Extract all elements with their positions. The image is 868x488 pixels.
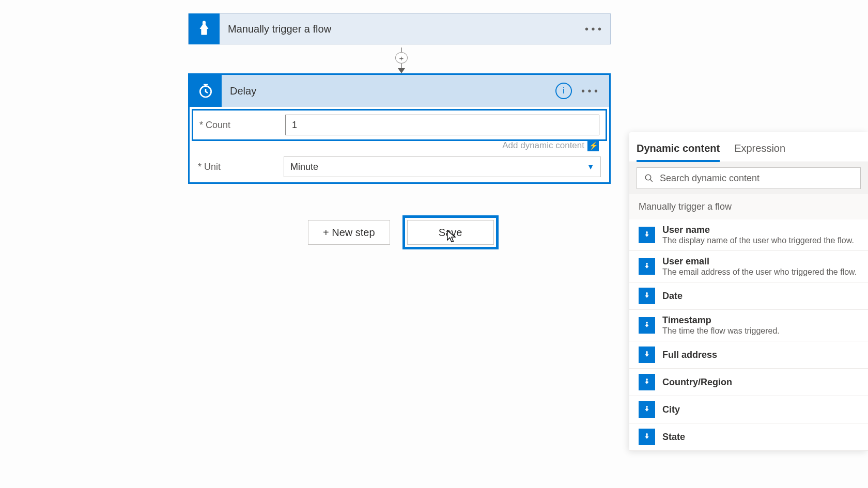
- svg-point-8: [646, 351, 648, 353]
- connector: +: [396, 48, 407, 73]
- svg-point-11: [646, 433, 648, 435]
- delay-icon: [190, 75, 222, 107]
- dc-item[interactable]: User emailThe email address of the user …: [629, 251, 868, 282]
- dc-item-title: Timestamp: [662, 315, 859, 326]
- touch-icon: [639, 401, 655, 418]
- touch-icon: [639, 429, 655, 445]
- touch-icon: [639, 374, 655, 390]
- svg-point-7: [646, 322, 648, 324]
- delay-menu-icon[interactable]: • • •: [581, 85, 598, 97]
- dc-item-list: User nameThe display name of the user wh…: [629, 219, 868, 451]
- dc-item-title: Country/Region: [662, 377, 859, 388]
- dc-group-header: Manually trigger a flow: [629, 194, 868, 219]
- dc-search-input[interactable]: Search dynamic content: [637, 167, 861, 189]
- dc-search-placeholder: Search dynamic content: [660, 173, 760, 184]
- svg-point-1: [203, 21, 206, 24]
- search-icon: [644, 174, 654, 183]
- dynamic-content-panel: Dynamic content Expression Search dynami…: [629, 132, 868, 451]
- new-step-button[interactable]: + New step: [308, 220, 390, 245]
- dc-item-desc: The display name of the user who trigger…: [662, 236, 859, 245]
- svg-point-5: [646, 263, 648, 265]
- dc-item-desc: The email address of the user who trigge…: [662, 267, 859, 277]
- touch-icon: [639, 258, 655, 275]
- unit-row: * Unit Minute ▼: [190, 151, 609, 182]
- dc-item-title: State: [662, 432, 859, 443]
- add-step-icon[interactable]: +: [395, 52, 408, 64]
- trigger-icon: [189, 13, 220, 44]
- svg-point-4: [646, 231, 648, 233]
- delay-header[interactable]: Delay i • • •: [190, 75, 609, 107]
- trigger-card[interactable]: Manually trigger a flow • • •: [188, 13, 611, 44]
- delay-title: Delay: [222, 85, 555, 97]
- count-row: * Count: [192, 109, 607, 141]
- save-button[interactable]: Save: [407, 220, 494, 245]
- count-label: * Count: [199, 120, 281, 131]
- dc-search-wrap: Search dynamic content: [629, 162, 868, 194]
- dc-item-title: Date: [662, 291, 859, 302]
- dc-tabs: Dynamic content Expression: [629, 132, 868, 162]
- touch-icon: [639, 288, 655, 304]
- svg-point-10: [646, 406, 648, 408]
- dc-item[interactable]: City: [629, 396, 868, 423]
- dynamic-content-badge-icon: ⚡: [587, 140, 599, 151]
- svg-point-3: [645, 175, 651, 180]
- dc-item-desc: The time the flow was triggered.: [662, 326, 859, 336]
- dc-item-title: User name: [662, 225, 859, 235]
- info-icon[interactable]: i: [555, 83, 572, 99]
- dc-item[interactable]: Date: [629, 282, 868, 310]
- touch-icon: [639, 227, 655, 243]
- dc-item[interactable]: User nameThe display name of the user wh…: [629, 219, 868, 251]
- tab-expression[interactable]: Expression: [734, 138, 785, 162]
- save-highlight: Save: [402, 215, 499, 249]
- touch-icon: [639, 347, 655, 363]
- dc-item-title: City: [662, 404, 859, 415]
- arrow-down-icon: [398, 68, 405, 73]
- svg-point-9: [646, 379, 648, 381]
- delay-action-card: Delay i • • • * Count Add dynamic conten…: [188, 73, 611, 184]
- trigger-menu-icon[interactable]: • • •: [582, 23, 604, 35]
- tab-dynamic-content[interactable]: Dynamic content: [637, 138, 720, 162]
- unit-label: * Unit: [198, 162, 280, 172]
- touch-icon: [639, 317, 655, 334]
- dc-item-title: Full address: [662, 350, 859, 360]
- svg-point-6: [646, 292, 648, 294]
- unit-value: Minute: [290, 162, 318, 172]
- chevron-down-icon: ▼: [587, 163, 594, 171]
- add-dynamic-content-link[interactable]: Add dynamic content ⚡: [190, 140, 609, 151]
- dc-item[interactable]: Country/Region: [629, 369, 868, 396]
- dc-item-title: User email: [662, 256, 859, 267]
- unit-select[interactable]: Minute ▼: [284, 156, 601, 177]
- count-input[interactable]: [285, 115, 599, 135]
- dc-item[interactable]: State: [629, 423, 868, 451]
- dc-item[interactable]: Full address: [629, 341, 868, 369]
- dc-item[interactable]: TimestampThe time the flow was triggered…: [629, 310, 868, 341]
- footer-buttons: + New step Save: [308, 215, 499, 249]
- trigger-title: Manually trigger a flow: [220, 23, 582, 35]
